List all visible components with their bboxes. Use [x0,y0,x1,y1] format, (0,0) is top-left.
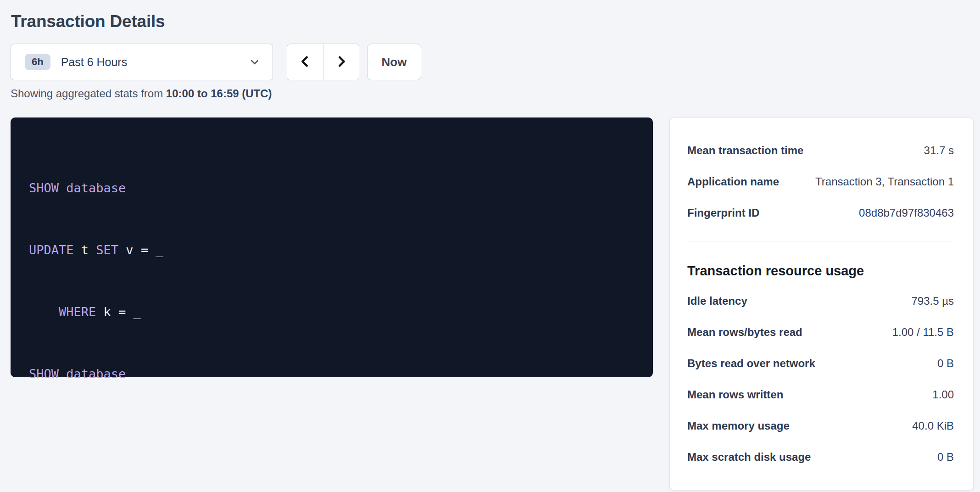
summary-row-value: 1.00 / 11.5 B [892,326,954,339]
summary-row: Fingerprint ID 08d8b7d97f830463 [687,197,954,229]
time-range-label: Past 6 Hours [61,56,128,69]
summary-row-value: 793.5 µs [911,295,954,308]
sql-token [29,305,59,319]
chevron-down-icon [249,56,261,68]
summary-row: Max memory usage 40.0 KiB [687,410,954,442]
card-divider [687,241,954,241]
summary-row: Max scratch disk usage 0 B [687,442,954,473]
summary-row: Application name Transaction 3, Transact… [687,166,954,197]
summary-row: Mean transaction time 31.7 s [687,135,954,166]
stats-caption-prefix: Showing aggregated stats from [11,87,166,100]
summary-row-value: 0 B [937,451,954,464]
sql-line: WHERE k = _ [29,302,635,322]
sql-token: k = _ [96,305,141,319]
summary-row: Mean rows written 1.00 [687,379,954,410]
time-range-badge: 6h [25,54,50,70]
summary-row-value: 0 B [937,357,954,370]
transaction-summary-card: Mean transaction time 31.7 s Application… [669,117,974,491]
sql-token: WHERE [59,305,96,319]
summary-row-label: Mean rows written [687,388,792,401]
now-button[interactable]: Now [367,44,421,80]
summary-row-label: Bytes read over network [687,357,824,370]
summary-row-value: 1.00 [932,388,954,401]
summary-row-value: 40.0 KiB [912,419,954,432]
sql-token: UPDATE [29,243,74,257]
chevron-right-icon [334,55,348,70]
next-interval-button[interactable] [323,44,359,80]
summary-row-value: Transaction 3, Transaction 1 [815,175,954,188]
summary-row: Mean rows/bytes read 1.00 / 11.5 B [687,317,954,348]
time-controls: 6h Past 6 Hours Now [11,44,980,80]
aggregated-stats-caption: Showing aggregated stats from 10:00 to 1… [11,87,980,100]
summary-row-label: Idle latency [687,295,757,308]
summary-row: Idle latency 793.5 µs [687,285,954,317]
previous-interval-button[interactable] [287,44,323,80]
main-content: SHOW database UPDATE t SET v = _ WHERE k… [11,117,980,491]
sql-line: SHOW database [29,178,635,198]
time-step-buttons [287,44,359,80]
summary-row-value: 08d8b7d97f830463 [859,207,954,219]
summary-row-label: Mean rows/bytes read [687,326,812,339]
sql-token: v = _ [118,243,163,257]
resource-usage-heading: Transaction resource usage [687,260,954,282]
summary-row: Bytes read over network 0 B [687,348,954,379]
sql-line: UPDATE t SET v = _ [29,240,635,260]
sql-token: SET [96,243,118,257]
summary-row-label: Mean transaction time [687,144,813,157]
transaction-details-page: Transaction Details 6h Past 6 Hours Now … [0,0,980,492]
sql-line: SHOW database [29,363,635,384]
summary-row-value: 31.7 s [924,144,954,157]
sql-token: SHOW database [29,367,126,381]
chevron-left-icon [298,55,312,70]
summary-row-label: Max memory usage [687,419,799,432]
summary-row-label: Max scratch disk usage [687,451,820,464]
sql-token: SHOW database [29,181,126,195]
sql-token: t [74,243,96,257]
sql-statement-box: SHOW database UPDATE t SET v = _ WHERE k… [11,117,653,377]
summary-row-label: Fingerprint ID [687,207,768,219]
page-title: Transaction Details [11,12,980,31]
time-range-dropdown[interactable]: 6h Past 6 Hours [11,44,273,80]
stats-caption-range: 10:00 to 16:59 (UTC) [166,87,272,100]
summary-row-label: Application name [687,175,788,188]
